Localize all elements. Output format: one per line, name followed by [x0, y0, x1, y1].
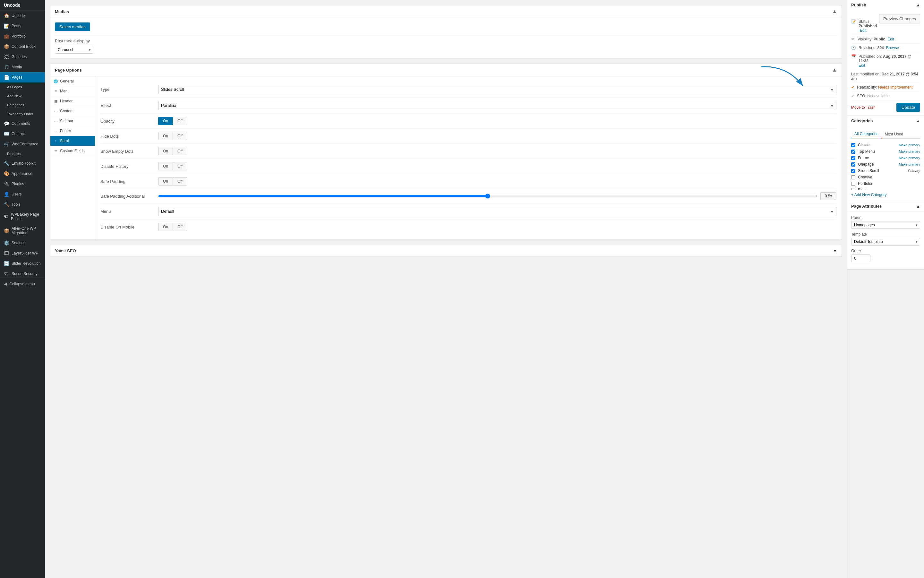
sidebar-item-content-block[interactable]: 📦 Content Block: [0, 41, 45, 52]
cat-checkbox-onepage[interactable]: [851, 162, 855, 167]
tab-label: Footer: [60, 129, 71, 133]
tab-custom-fields[interactable]: ✏ Custom Fields: [50, 146, 95, 156]
sidebar-item-layerslider[interactable]: 🎞 LayerSlider WP: [0, 248, 45, 258]
sidebar-item-all-in-one[interactable]: 📦 All-in-One WP Migration: [0, 224, 45, 238]
sidebar-item-all-pages[interactable]: All Pages: [0, 83, 45, 91]
media-icon: 🎵: [4, 65, 9, 70]
sidebar-item-woocommerce[interactable]: 🛒 WooCommerce: [0, 139, 45, 149]
published-row: 📅 Published on: Aug 30, 2017 @ 11:33 Edi…: [851, 52, 920, 70]
cat-checkbox-classic[interactable]: [851, 143, 855, 147]
sidebar-item-appearance[interactable]: 🎨 Appearance: [0, 169, 45, 179]
revisions-row: 🕐 Revisions: 894 Browse: [851, 44, 920, 52]
cat-make-primary-onepage[interactable]: Make primary: [899, 162, 920, 166]
disable-on-mobile-on-btn[interactable]: On: [158, 223, 173, 231]
readability-value: Needs improvement: [878, 85, 913, 89]
update-button[interactable]: Update: [896, 103, 920, 112]
tab-all-categories[interactable]: All Categories: [851, 130, 882, 138]
cat-checkbox-blog[interactable]: [851, 188, 855, 190]
order-input[interactable]: [851, 255, 871, 262]
type-select[interactable]: Slides Scroll Normal Scroll Horizontal S…: [158, 85, 836, 94]
sidebar-item-categories[interactable]: Categories: [0, 101, 45, 109]
sidebar-item-add-new[interactable]: Add New: [0, 91, 45, 101]
sidebar-item-wpbakery[interactable]: 🏗 WPBakery Page Builder: [0, 209, 45, 224]
sidebar-logo[interactable]: Uncode: [0, 0, 45, 11]
show-empty-dots-on-btn[interactable]: On: [158, 147, 173, 155]
page-attributes-toggle[interactable]: ▲: [916, 204, 920, 209]
menu-icon: ≡: [53, 89, 58, 93]
safe-padding-off-btn[interactable]: Off: [173, 177, 187, 185]
tab-most-used[interactable]: Most Used: [882, 130, 906, 138]
disable-history-on-btn[interactable]: On: [158, 162, 173, 170]
yoast-seo-toggle[interactable]: ▼: [833, 248, 837, 253]
safe-padding-slider[interactable]: [158, 193, 817, 199]
sidebar-item-tools[interactable]: 🔨 Tools: [0, 199, 45, 209]
publish-toggle[interactable]: ▲: [916, 3, 920, 7]
opacity-on-btn[interactable]: On: [158, 117, 173, 125]
tools-icon: 🔨: [4, 202, 9, 207]
disable-on-mobile-off-btn[interactable]: Off: [173, 223, 187, 231]
cat-checkbox-frame[interactable]: [851, 156, 855, 160]
cat-make-primary-top-menu[interactable]: Make primary: [899, 149, 920, 153]
tab-menu[interactable]: ≡ Menu: [50, 86, 95, 96]
tab-general[interactable]: 🌐 General: [50, 76, 95, 86]
sidebar-item-pages[interactable]: 📄 Pages: [0, 72, 45, 83]
sidebar-item-media[interactable]: 🎵 Media: [0, 62, 45, 72]
tab-content[interactable]: ▭ Content: [50, 106, 95, 116]
select-medias-button[interactable]: Select medias: [55, 23, 90, 31]
sidebar-label: Tools: [11, 202, 21, 207]
preview-changes-button[interactable]: Preview Changes: [879, 14, 920, 23]
parent-select[interactable]: Homepages None: [851, 221, 920, 229]
sidebar-item-uncode[interactable]: 🏠 Uncode: [0, 11, 45, 21]
tab-footer[interactable]: ··· Footer: [50, 126, 95, 136]
post-media-select[interactable]: Carousel Slider Grid: [55, 46, 93, 54]
sidebar-item-products[interactable]: Products: [0, 149, 45, 158]
opacity-off-btn[interactable]: Off: [173, 117, 187, 125]
disable-history-off-btn[interactable]: Off: [173, 162, 187, 170]
cat-checkbox-slides-scroll[interactable]: [851, 169, 855, 173]
published-edit-link[interactable]: Edit: [859, 63, 865, 68]
sidebar-item-contact[interactable]: ✉️ Contact: [0, 129, 45, 139]
cat-make-primary-classic[interactable]: Make primary: [899, 143, 920, 147]
collapse-label: Collapse menu: [9, 282, 35, 286]
tab-scroll[interactable]: ↕ Scroll: [50, 136, 95, 146]
collapse-menu[interactable]: ◀ Collapse menu: [0, 279, 45, 289]
order-label: Order: [851, 249, 920, 253]
cat-make-primary-frame[interactable]: Make primary: [899, 156, 920, 160]
sidebar-item-envato-toolkit[interactable]: 🔧 Envato Toolkit: [0, 158, 45, 169]
add-new-category-link[interactable]: + Add New Category: [851, 193, 920, 197]
page-options-toggle[interactable]: ▲: [832, 67, 837, 73]
revisions-browse-link[interactable]: Browse: [886, 45, 899, 50]
sidebar-item-comments[interactable]: 💬 Comments: [0, 119, 45, 129]
cat-checkbox-top-menu[interactable]: [851, 149, 855, 154]
tab-sidebar[interactable]: ▭ Sidebar: [50, 116, 95, 126]
tab-header[interactable]: ▦ Header: [50, 96, 95, 106]
hide-dots-on-btn[interactable]: On: [158, 132, 173, 140]
safe-padding-on-btn[interactable]: On: [158, 177, 173, 185]
wpbakery-icon: 🏗: [4, 214, 8, 219]
medias-panel-toggle[interactable]: ▲: [832, 9, 837, 15]
status-edit-link[interactable]: Edit: [860, 28, 867, 33]
move-to-trash-link[interactable]: Move to Trash: [851, 105, 875, 110]
categories-section: Categories ▲ All Categories Most Used Cl…: [847, 116, 924, 201]
categories-toggle[interactable]: ▲: [916, 119, 920, 123]
publish-section: Publish ▲ Preview Changes 📝 Status: Publ…: [847, 0, 924, 116]
template-select[interactable]: Default Template Full Width: [851, 238, 920, 245]
revisions-text: Revisions: 894 Browse: [859, 45, 899, 50]
sidebar-item-plugins[interactable]: 🔌 Plugins: [0, 179, 45, 189]
visibility-edit-link[interactable]: Edit: [887, 37, 894, 41]
effect-select[interactable]: Parallax None Fade: [158, 101, 836, 110]
sidebar-item-sucuri[interactable]: 🛡 Sucuri Security: [0, 269, 45, 279]
menu-select[interactable]: Default None: [158, 207, 836, 216]
sidebar-item-portfolio[interactable]: 💼 Portfolio: [0, 31, 45, 41]
sidebar-item-taxonomy-order[interactable]: Taxonomy Order: [0, 109, 45, 119]
sidebar-label: Products: [7, 152, 21, 156]
sidebar-item-galleries[interactable]: 🖼 Galleries: [0, 52, 45, 62]
sidebar-item-slider-revolution[interactable]: 🔄 Slider Revolution: [0, 258, 45, 269]
hide-dots-off-btn[interactable]: Off: [173, 132, 187, 140]
cat-checkbox-creative[interactable]: [851, 175, 855, 179]
cat-checkbox-portfolio[interactable]: [851, 182, 855, 186]
sidebar-item-settings[interactable]: ⚙️ Settings: [0, 238, 45, 248]
show-empty-dots-off-btn[interactable]: Off: [173, 147, 187, 155]
sidebar-item-posts[interactable]: 📝 Posts: [0, 21, 45, 31]
sidebar-item-users[interactable]: 👤 Users: [0, 189, 45, 199]
